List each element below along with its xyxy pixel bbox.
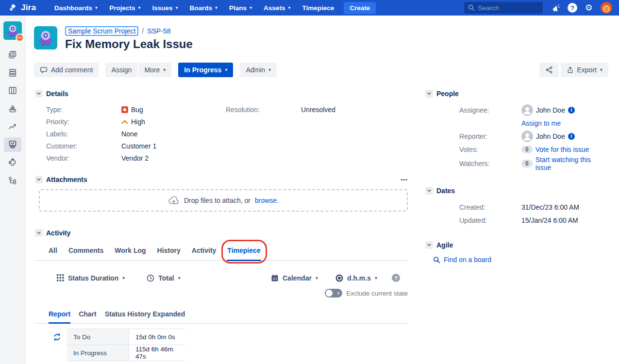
nav-plans[interactable]: Plans▾ [223,0,258,16]
gear-icon[interactable]: ⚙ [585,3,593,12]
tab-activity[interactable]: Activity [192,247,217,260]
info-icon[interactable]: i [568,107,575,114]
section-title: People [436,90,459,98]
admin-button[interactable]: Admin▾ [240,63,277,77]
grid-icon [57,274,64,281]
sidebar-item-queues[interactable] [4,48,21,62]
timepiece-help-icon[interactable]: ? [392,274,400,282]
clock-icon [147,274,154,282]
vote-link[interactable]: Vote for this issue [535,146,589,153]
chevron-down-icon: ▾ [600,67,602,72]
exclude-toggle-label: Exclude current state [346,290,408,297]
share-button[interactable] [539,63,559,77]
people-section: People Assignee: John Doe i [424,90,608,171]
assignee-name[interactable]: John Doe [536,106,565,114]
avatar [521,104,533,116]
sidebar-item-addons[interactable] [4,155,21,170]
create-button[interactable]: Create [344,2,376,14]
export-button[interactable]: Export▾ [561,63,609,77]
chevron-down-icon: ▾ [178,276,181,281]
watchers-count-badge: 0 [521,160,533,167]
collapse-chevron-icon [35,229,43,237]
sidebar-item-releases[interactable] [4,101,21,116]
nav-assets[interactable]: Assets▾ [258,0,296,16]
issue-toolbar: Add comment Assign More▾ In Progress▾ Ad… [34,63,608,77]
people-section-header[interactable]: People [424,90,608,98]
activity-section-header[interactable]: Activity [34,229,408,237]
jira-logo-icon [9,3,18,13]
more-button[interactable]: More▾ [138,63,171,77]
record-icon [335,274,343,282]
breadcrumb-project-link[interactable]: Sample Scrum Project [65,26,138,36]
software-project-badge-icon: </> [16,33,24,42]
nav-boards[interactable]: Boards▾ [184,0,224,16]
tab-comments[interactable]: Comments [68,247,103,260]
chevron-down-icon: ▾ [215,5,217,10]
reporter-name[interactable]: John Doe [536,132,565,140]
status-duration-table: To Do 15d 0h 0m 0s In Progress 115d 6h 4… [67,329,185,361]
sidebar-item-issues-selected[interactable] [4,137,21,152]
attachments-menu-icon[interactable]: ••• [401,177,408,182]
avatar [521,131,533,142]
jira-logo-text: Jira [21,3,36,13]
help-icon[interactable]: ? [568,3,577,13]
tab-all[interactable]: All [49,247,57,260]
exclude-current-state-toggle[interactable]: ✕ [325,289,342,298]
time-format-dropdown[interactable]: d.h.m.s ▾ [335,274,377,282]
agile-section-header[interactable]: Agile [424,241,608,249]
details-section: Details Type: Bug Priority: [34,90,408,164]
project-avatar-large[interactable] [34,26,57,50]
refresh-icon[interactable] [52,332,62,342]
activity-tabs: All Comments Work Log History Activity T… [34,247,408,261]
announcements-icon[interactable] [551,3,560,13]
watch-link[interactable]: Start watching this issue [535,156,608,171]
nav-timepiece[interactable]: Timepiece [296,0,340,16]
tab-history[interactable]: History [157,247,181,260]
report-type-dropdown[interactable]: Status Duration ▾ [57,274,125,282]
jira-logo[interactable]: Jira [5,3,49,13]
sidebar-item-structure[interactable] [4,173,21,188]
chevron-down-icon: ▾ [375,276,377,281]
collapse-chevron-icon [425,90,433,98]
sidebar-item-reports[interactable] [4,119,21,134]
agile-section: Agile Find on a board [424,241,608,264]
votes-row: Votes: 0 Vote for this issue [459,143,608,156]
search-box[interactable] [464,2,543,14]
tab-timepiece[interactable]: Timepiece [227,247,260,260]
nav-projects[interactable]: Projects▾ [103,0,146,16]
search-input[interactable] [478,4,532,12]
subtab-report[interactable]: Report [49,310,70,323]
status-button[interactable]: In Progress▾ [178,63,233,77]
section-title: Attachments [46,176,87,183]
breadcrumb-issue-key-link[interactable]: SSP-58 [147,27,170,35]
votes-count-badge: 0 [521,146,533,153]
add-comment-button[interactable]: Add comment [34,63,99,77]
attachments-section-header[interactable]: Attachments ••• [34,176,408,183]
collapse-chevron-icon [35,90,43,98]
top-navbar: Jira Dashboards▾ Projects▾ Issues▾ Board… [0,0,619,16]
sidebar-item-backlog[interactable] [4,66,21,80]
user-avatar[interactable] [601,2,612,14]
subtab-status-history-expanded[interactable]: Status History Expanded [105,310,185,323]
chevron-down-icon: ▾ [175,5,178,10]
tab-work-log[interactable]: Work Log [115,247,146,260]
calculation-dropdown[interactable]: Total ▾ [147,274,180,282]
details-section-header[interactable]: Details [34,90,408,98]
assign-button[interactable]: Assign [105,63,137,77]
attachment-dropzone[interactable]: Drop files to attach, or browse. [39,189,408,212]
browse-link[interactable]: browse. [255,197,279,204]
info-icon[interactable]: i [568,133,575,140]
project-avatar[interactable]: </> [3,21,22,40]
collapse-chevron-icon [35,176,43,183]
assign-more-group: Assign More▾ [105,63,171,77]
assign-to-me-link[interactable]: Assign to me [521,119,561,127]
subtab-chart[interactable]: Chart [79,310,97,323]
nav-issues[interactable]: Issues▾ [146,0,184,16]
dates-section-header[interactable]: Dates [424,187,608,195]
find-on-board-link[interactable]: Find on a board [444,256,491,264]
nav-dashboards[interactable]: Dashboards▾ [49,0,103,16]
sidebar-item-board[interactable] [4,83,21,98]
calendar-dropdown[interactable]: Calendar ▾ [271,274,318,282]
table-row: To Do 15d 0h 0m 0s [67,329,185,345]
field-customer: Customer: Customer 1 [46,140,226,152]
